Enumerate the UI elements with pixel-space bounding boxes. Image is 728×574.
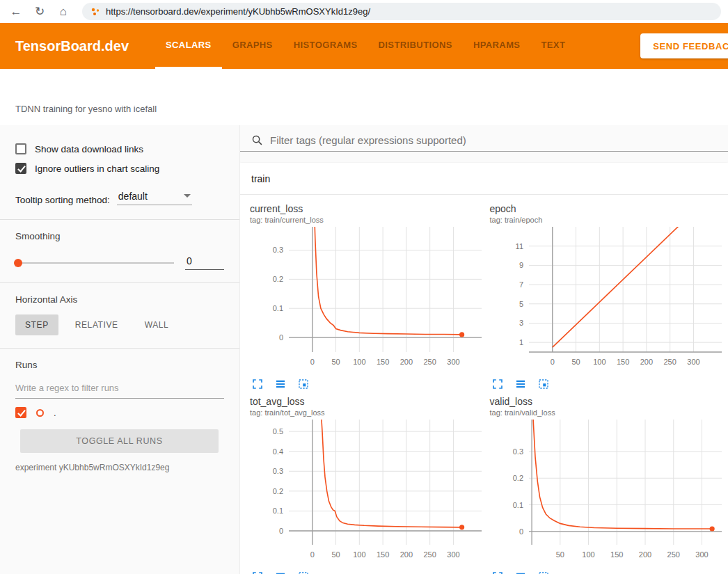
slider-thumb[interactable]	[14, 259, 22, 267]
tag-filter-row	[240, 125, 728, 152]
app-logo[interactable]: TensorBoard.dev	[0, 23, 155, 69]
svg-text:0.3: 0.3	[512, 447, 523, 456]
axis-wall-button[interactable]: WALL	[135, 314, 179, 335]
svg-text:300: 300	[687, 358, 699, 366]
svg-text:0.2: 0.2	[273, 275, 283, 283]
chart-plot-current_loss[interactable]: 05010015020025030000.10.20.3	[250, 224, 486, 374]
tab-scalars[interactable]: SCALARS	[155, 23, 222, 69]
svg-text:0.1: 0.1	[273, 304, 283, 312]
run-color-swatch	[36, 409, 44, 417]
fit-domain-icon[interactable]	[537, 378, 550, 390]
toggle-y-axis-icon[interactable]	[514, 571, 527, 574]
svg-text:0: 0	[519, 527, 523, 536]
runs-filter-input[interactable]	[15, 380, 224, 399]
tab-graphs[interactable]: GRAPHS	[222, 23, 283, 69]
svg-text:0.2: 0.2	[512, 474, 523, 482]
tag-filter-input[interactable]	[270, 134, 728, 146]
chart-card-epoch: epochtag: train/epoch0501001502002503001…	[490, 203, 726, 393]
svg-text:0.1: 0.1	[512, 501, 523, 509]
axis-relative-button[interactable]: RELATIVE	[65, 314, 128, 335]
horizontal-axis-section: Horizontal Axis STEP RELATIVE WALL	[0, 283, 239, 348]
svg-text:250: 250	[424, 358, 436, 366]
section-header-train[interactable]: train	[240, 163, 728, 195]
expand-chart-icon[interactable]	[491, 571, 504, 574]
fit-domain-icon[interactable]	[537, 571, 550, 574]
send-feedback-button[interactable]: SEND FEEDBACK	[640, 33, 728, 58]
fit-domain-icon[interactable]	[297, 571, 310, 574]
smoothing-slider[interactable]	[15, 262, 174, 264]
tab-text[interactable]: TEXT	[530, 23, 576, 69]
train-card: train current_losstag: train/current_los…	[240, 163, 728, 574]
svg-text:0.1: 0.1	[273, 507, 283, 515]
chart-tag: tag: train/valid_loss	[490, 408, 726, 417]
address-bar[interactable]: https://tensorboard.dev/experiment/yKUbh…	[82, 3, 721, 20]
chart-toolbar	[250, 567, 486, 574]
tab-hparams[interactable]: HPARAMS	[463, 23, 531, 69]
tooltip-sorting-row: Tooltip sorting method: default	[0, 178, 239, 219]
svg-text:300: 300	[447, 550, 459, 559]
show-download-links-checkbox[interactable]: Show data download links	[0, 139, 239, 159]
svg-text:200: 200	[640, 358, 652, 366]
checkbox-label: Ignore outliers in chart scaling	[35, 164, 159, 174]
ignore-outliers-checkbox[interactable]: Ignore outliers in chart scaling	[0, 159, 239, 178]
checkbox-label: Show data download links	[35, 144, 143, 154]
back-icon[interactable]: ←	[7, 3, 25, 21]
chart-plot-epoch[interactable]: 0501001502002503001357911	[490, 224, 726, 374]
svg-text:11: 11	[515, 242, 523, 250]
svg-text:200: 200	[638, 550, 651, 559]
content: Show data download links Ignore outliers…	[0, 125, 728, 574]
axis-step-button[interactable]: STEP	[15, 314, 58, 335]
svg-text:0.3: 0.3	[273, 467, 283, 475]
expand-chart-icon[interactable]	[251, 378, 264, 390]
smoothing-section: Smoothing 0	[0, 220, 239, 282]
expand-chart-icon[interactable]	[251, 571, 264, 574]
svg-text:0.3: 0.3	[273, 246, 283, 254]
chart-card-tot_avg_loss: tot_avg_losstag: train/tot_avg_loss05010…	[250, 396, 486, 574]
svg-text:3: 3	[519, 319, 523, 327]
tab-histograms[interactable]: HISTOGRAMS	[283, 23, 368, 69]
svg-text:250: 250	[663, 358, 676, 366]
toggle-all-runs-button[interactable]: TOGGLE ALL RUNS	[20, 429, 219, 453]
charts-grid: current_losstag: train/current_loss05010…	[240, 195, 728, 574]
run-checkbox[interactable]	[15, 407, 26, 418]
refresh-icon[interactable]: ↻	[31, 3, 49, 21]
chart-card-valid_loss: valid_losstag: train/valid_loss501001502…	[490, 396, 726, 574]
svg-text:100: 100	[353, 550, 365, 559]
tooltip-sorting-dropdown[interactable]: default	[117, 191, 192, 205]
svg-text:50: 50	[555, 550, 564, 559]
svg-text:100: 100	[593, 358, 606, 366]
svg-text:0.4: 0.4	[273, 447, 283, 456]
svg-text:50: 50	[571, 358, 580, 366]
toggle-y-axis-icon[interactable]	[274, 378, 287, 390]
svg-text:150: 150	[610, 550, 623, 559]
checkbox-icon[interactable]	[15, 143, 26, 154]
smoothing-label: Smoothing	[15, 231, 224, 241]
chart-plot-tot_avg_loss[interactable]: 05010015020025030000.10.20.30.40.5	[250, 417, 486, 567]
expand-chart-icon[interactable]	[491, 378, 504, 390]
toggle-y-axis-icon[interactable]	[274, 571, 287, 574]
fit-domain-icon[interactable]	[297, 378, 310, 390]
svg-text:150: 150	[377, 358, 389, 366]
search-icon	[251, 134, 263, 146]
experiment-id-label: experiment yKUbhb5wRmOSXYkId1z9eg	[0, 460, 239, 475]
chart-tag: tag: train/epoch	[490, 216, 726, 224]
tab-bar: SCALARS GRAPHS HISTOGRAMS DISTRIBUTIONS …	[155, 23, 576, 69]
toggle-y-axis-icon[interactable]	[514, 378, 527, 390]
chart-plot-valid_loss[interactable]: 5010015020025030000.10.20.3	[490, 417, 726, 567]
chart-title: epoch	[490, 203, 726, 214]
app-header: TensorBoard.dev SCALARS GRAPHS HISTOGRAM…	[0, 23, 728, 69]
svg-text:150: 150	[377, 550, 389, 559]
run-row[interactable]: .	[0, 399, 239, 424]
svg-text:250: 250	[424, 550, 436, 559]
browser-chrome: ← ↻ ⌂ https://tensorboard.dev/experiment…	[0, 0, 728, 23]
smoothing-value-input[interactable]: 0	[185, 255, 224, 270]
chart-tag: tag: train/current_loss	[250, 216, 486, 224]
run-name: .	[54, 408, 56, 418]
svg-text:250: 250	[667, 550, 679, 559]
svg-text:0: 0	[550, 358, 554, 366]
svg-text:5: 5	[519, 300, 523, 308]
svg-text:300: 300	[447, 358, 459, 366]
home-icon[interactable]: ⌂	[54, 3, 72, 21]
tab-distributions[interactable]: DISTRIBUTIONS	[368, 23, 463, 69]
checkbox-checked-icon[interactable]	[15, 163, 26, 174]
